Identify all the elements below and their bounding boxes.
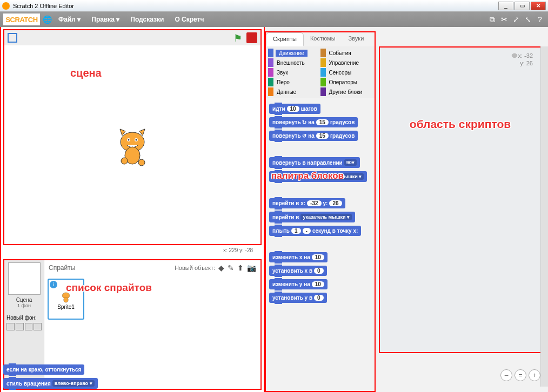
category-label: Другие блоки: [328, 89, 364, 96]
grow-icon[interactable]: ⤢: [511, 15, 521, 24]
category-label: Данные: [276, 89, 297, 96]
sprite-upload-icon[interactable]: ⬆: [237, 263, 244, 272]
menubar: SCRATCH 🌐 Файл ▾ Правка ▾ Подсказки О Ск…: [0, 12, 548, 27]
motion-block[interactable]: установить y в0: [269, 293, 327, 303]
category-label: Операторы: [328, 79, 358, 86]
stage: ⚑ v458.0.1 сцена: [3, 29, 262, 245]
category-label: Управление: [328, 59, 360, 66]
tabs: Скрипты Костюмы Звуки: [265, 31, 376, 46]
category-Данные[interactable]: Данные: [268, 87, 320, 96]
close-button[interactable]: ✕: [531, 2, 546, 10]
motion-block[interactable]: изменить y на10: [269, 279, 328, 289]
category-label: Внешность: [276, 59, 306, 66]
category-color-chip: [320, 58, 326, 67]
stage-canvas[interactable]: [4, 45, 260, 244]
zoom-reset-button[interactable]: =: [514, 369, 526, 381]
help-icon[interactable]: ?: [535, 15, 545, 24]
backdrop-camera-icon[interactable]: [34, 323, 42, 330]
fullscreen-icon[interactable]: [8, 33, 17, 43]
svg-point-10: [512, 53, 517, 58]
category-label: Перо: [276, 79, 291, 86]
sprite-info-icon[interactable]: i: [50, 281, 57, 288]
shrink-icon[interactable]: ⤡: [523, 15, 533, 24]
tab-scripts[interactable]: Скрипты: [266, 32, 304, 46]
script-area[interactable]: x: -32 y: 26 область скриптов: [379, 46, 542, 353]
green-flag-icon[interactable]: ⚑: [233, 32, 244, 43]
motion-block[interactable]: повернуть в направлении90▾: [269, 157, 360, 168]
svg-point-6: [121, 158, 128, 164]
motion-block[interactable]: повернуть ↺ на15градусов: [269, 131, 358, 141]
window-title: Scratch 2 Offline Editor: [13, 3, 74, 9]
annotation-sprites: список спрайтов: [66, 282, 152, 294]
cat-sprite[interactable]: [108, 120, 157, 169]
stage-thumbnail[interactable]: [8, 262, 41, 295]
motion-block[interactable]: стиль вращениявлево-вправо ▾: [3, 378, 98, 389]
category-color-chip: [268, 68, 273, 77]
menu-tips[interactable]: Подсказки: [126, 13, 168, 25]
motion-block[interactable]: перейти в x:-32y:26: [269, 198, 345, 208]
zoom-in-button[interactable]: +: [529, 369, 540, 381]
motion-block[interactable]: повернуться куказатель мышки ▾: [269, 171, 367, 182]
minimize-button[interactable]: _: [498, 2, 513, 10]
sprite-camera-icon[interactable]: 📷: [247, 263, 256, 272]
svg-point-9: [64, 297, 69, 302]
svg-point-4: [136, 139, 137, 141]
backdrop-upload-icon[interactable]: [25, 323, 33, 330]
category-label: Звук: [276, 69, 289, 76]
category-Другие блоки[interactable]: Другие блоки: [320, 87, 373, 96]
block-palette: ДвижениеВнешностьЗвукПероДанные СобытияУ…: [265, 46, 376, 392]
sprite-library-icon[interactable]: ◆: [218, 263, 224, 272]
sprites-header-label: Спрайты: [49, 264, 75, 272]
vertical-scrollbar[interactable]: [540, 46, 548, 387]
menu-file[interactable]: Файл ▾: [54, 13, 85, 25]
category-color-chip: [320, 87, 326, 96]
category-Внешность[interactable]: Внешность: [268, 58, 320, 67]
category-color-chip: [320, 49, 326, 57]
backdrop-library-icon[interactable]: [6, 323, 15, 330]
category-Движение[interactable]: Движение: [268, 49, 320, 57]
category-label: Движение: [276, 50, 308, 57]
backdrop-paint-icon[interactable]: [16, 323, 24, 330]
category-Звук[interactable]: Звук: [268, 68, 320, 77]
category-color-chip: [320, 78, 326, 86]
category-color-chip: [268, 78, 273, 86]
blocks-list: идти10шаговповернуть ↻ на15градусовповер…: [266, 102, 375, 391]
category-Перо[interactable]: Перо: [268, 78, 320, 86]
sprite-coords: x: -32 y: 26: [518, 52, 533, 67]
sprite-paint-icon[interactable]: ✎: [228, 263, 234, 272]
zoom-out-button[interactable]: –: [500, 369, 512, 381]
cut-icon[interactable]: ✂: [499, 15, 509, 24]
titlebar: Scratch 2 Offline Editor _ ▭ ✕: [0, 0, 548, 12]
motion-block[interactable]: изменить x на10: [269, 252, 328, 262]
stop-icon[interactable]: [246, 32, 257, 43]
motion-block[interactable]: повернуть ↻ на15градусов: [269, 117, 358, 127]
new-sprite-label: Новый объект:: [175, 265, 215, 271]
category-color-chip: [268, 87, 273, 96]
block-categories: ДвижениеВнешностьЗвукПероДанные СобытияУ…: [266, 46, 375, 98]
scratch-logo: SCRATCH: [3, 13, 40, 25]
menu-edit[interactable]: Правка ▾: [87, 13, 124, 25]
tab-sounds[interactable]: Звуки: [342, 32, 371, 46]
category-Управление[interactable]: Управление: [320, 58, 373, 67]
svg-point-7: [138, 159, 145, 166]
svg-point-3: [128, 139, 130, 141]
category-color-chip: [320, 68, 326, 77]
duplicate-icon[interactable]: ⧉: [487, 15, 497, 24]
category-color-chip: [268, 49, 273, 57]
app-icon: [2, 2, 10, 10]
menu-about[interactable]: О Скретч: [170, 13, 208, 25]
annotation-stage: сцена: [70, 67, 102, 79]
category-Операторы[interactable]: Операторы: [320, 78, 373, 86]
sprite-item-label: Sprite1: [57, 304, 75, 310]
stage-coords: x: 229 y: -28: [1, 247, 264, 257]
globe-icon[interactable]: 🌐: [42, 15, 52, 24]
motion-block[interactable]: плыть1-секунд в точку x:: [269, 226, 361, 236]
category-Сенсоры[interactable]: Сенсоры: [320, 68, 373, 77]
category-События[interactable]: События: [320, 49, 373, 57]
motion-block[interactable]: перейти вуказатель мышки ▾: [269, 212, 355, 222]
maximize-button[interactable]: ▭: [514, 2, 530, 10]
motion-block[interactable]: идти10шагов: [269, 104, 320, 114]
motion-block[interactable]: если на краю, оттолкнуться: [3, 364, 84, 375]
motion-block[interactable]: установить x в0: [269, 266, 327, 276]
tab-costumes[interactable]: Костюмы: [304, 32, 342, 46]
